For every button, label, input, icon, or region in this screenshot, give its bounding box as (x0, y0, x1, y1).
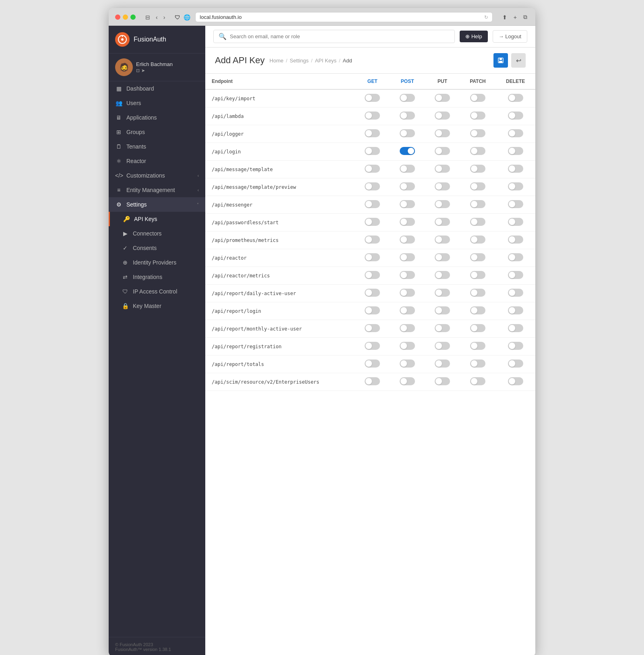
toggle-patch-row6[interactable] (470, 200, 485, 208)
sidebar-item-connectors[interactable]: ▶Connectors (109, 226, 205, 241)
toggle-delete-row7[interactable] (508, 218, 523, 226)
toggle-put-row9[interactable] (435, 253, 450, 261)
toggle-delete-row1[interactable] (508, 112, 523, 120)
toggle-put-row10[interactable] (435, 271, 450, 279)
toggle-put-row14[interactable] (435, 342, 450, 350)
toggle-patch-row4[interactable] (470, 165, 485, 173)
toggle-patch-row11[interactable] (470, 289, 485, 297)
sidebar-item-api-keys[interactable]: 🔑API Keys (109, 212, 205, 226)
toggle-get-row0[interactable] (365, 94, 380, 102)
toggle-put-row0[interactable] (435, 94, 450, 102)
toggle-delete-row10[interactable] (508, 271, 523, 279)
breadcrumb-item[interactable]: Settings (290, 58, 309, 64)
toggle-put-row15[interactable] (435, 360, 450, 368)
toggle-get-row3[interactable] (365, 147, 380, 155)
toggle-patch-row10[interactable] (470, 271, 485, 279)
address-bar[interactable]: local.fusionauth.io ↻ (195, 12, 492, 22)
toggle-delete-row15[interactable] (508, 360, 523, 368)
sidebar-item-reactor[interactable]: ⚛Reactor (109, 154, 205, 168)
search-box[interactable]: 🔍 (213, 30, 455, 43)
sidebar-item-ip-access-control[interactable]: 🛡IP Access Control (109, 284, 205, 299)
sidebar-item-entity-mgmt[interactable]: ≡Entity Management‹ (109, 183, 205, 197)
toggle-get-row4[interactable] (365, 165, 380, 173)
toggle-delete-row14[interactable] (508, 342, 523, 350)
logout-button[interactable]: → Logout (493, 30, 527, 43)
toggle-get-row16[interactable] (365, 377, 380, 385)
toggle-put-row11[interactable] (435, 289, 450, 297)
toggle-delete-row9[interactable] (508, 253, 523, 261)
toggle-delete-row12[interactable] (508, 306, 523, 314)
toggle-post-row11[interactable] (400, 289, 415, 297)
toggle-put-row5[interactable] (435, 182, 450, 190)
sidebar-item-integrations[interactable]: ⇄Integrations (109, 270, 205, 284)
sidebar-item-identity-providers[interactable]: ⊕Identity Providers (109, 255, 205, 270)
close-button[interactable] (115, 14, 120, 20)
sidebar-item-tenants[interactable]: 🗒Tenants (109, 139, 205, 154)
user-arrow-icon[interactable]: ➤ (141, 68, 145, 73)
forward-arrow-icon[interactable]: › (162, 13, 167, 21)
sidebar-item-customizations[interactable]: </>Customizations‹ (109, 168, 205, 183)
toggle-patch-row9[interactable] (470, 253, 485, 261)
toggle-delete-row4[interactable] (508, 165, 523, 173)
toggle-put-row8[interactable] (435, 236, 450, 244)
user-card-icon[interactable]: ⊡ (136, 68, 140, 73)
toggle-delete-row11[interactable] (508, 289, 523, 297)
toggle-get-row7[interactable] (365, 218, 380, 226)
maximize-button[interactable] (130, 14, 136, 20)
toggle-put-row6[interactable] (435, 200, 450, 208)
toggle-get-row14[interactable] (365, 342, 380, 350)
toggle-patch-row14[interactable] (470, 342, 485, 350)
toggle-get-row9[interactable] (365, 253, 380, 261)
sidebar-item-applications[interactable]: 🖥Applications (109, 110, 205, 125)
toggle-delete-row0[interactable] (508, 94, 523, 102)
toggle-post-row4[interactable] (400, 165, 415, 173)
sidebar-toggle-icon[interactable]: ⊟ (144, 13, 152, 21)
back-arrow-icon[interactable]: ‹ (154, 13, 159, 21)
toggle-patch-row5[interactable] (470, 182, 485, 190)
toggle-get-row13[interactable] (365, 324, 380, 332)
sidebar-item-dashboard[interactable]: ▦Dashboard (109, 81, 205, 96)
toggle-post-row12[interactable] (400, 306, 415, 314)
toggle-post-row5[interactable] (400, 182, 415, 190)
toggle-patch-row13[interactable] (470, 324, 485, 332)
toggle-post-row14[interactable] (400, 342, 415, 350)
toggle-post-row6[interactable] (400, 200, 415, 208)
toggle-delete-row6[interactable] (508, 200, 523, 208)
breadcrumb-item[interactable]: Home (270, 58, 284, 64)
toggle-post-row15[interactable] (400, 360, 415, 368)
toggle-post-row8[interactable] (400, 236, 415, 244)
help-button[interactable]: ⊕ Help (460, 31, 487, 42)
toggle-put-row12[interactable] (435, 306, 450, 314)
tabs-icon[interactable]: ⧉ (522, 13, 529, 21)
minimize-button[interactable] (123, 14, 128, 20)
toggle-get-row11[interactable] (365, 289, 380, 297)
toggle-post-row13[interactable] (400, 324, 415, 332)
toggle-post-row16[interactable] (400, 377, 415, 385)
toggle-put-row4[interactable] (435, 165, 450, 173)
toggle-get-row8[interactable] (365, 236, 380, 244)
toggle-put-row3[interactable] (435, 147, 450, 155)
toggle-post-row3[interactable] (400, 147, 415, 155)
back-button[interactable]: ↩ (511, 53, 526, 68)
sidebar-item-key-master[interactable]: 🔒Key Master (109, 299, 205, 313)
toggle-get-row2[interactable] (365, 129, 380, 137)
toggle-patch-row15[interactable] (470, 360, 485, 368)
toggle-put-row13[interactable] (435, 324, 450, 332)
sidebar-item-users[interactable]: 👥Users (109, 96, 205, 110)
toggle-post-row1[interactable] (400, 112, 415, 120)
sidebar-item-consents[interactable]: ✓Consents (109, 241, 205, 255)
sidebar-item-settings[interactable]: ⚙Settings˅ (109, 197, 205, 212)
toggle-get-row5[interactable] (365, 182, 380, 190)
toggle-delete-row3[interactable] (508, 147, 523, 155)
toggle-put-row7[interactable] (435, 218, 450, 226)
toggle-delete-row5[interactable] (508, 182, 523, 190)
toggle-put-row2[interactable] (435, 129, 450, 137)
new-tab-icon[interactable]: + (512, 13, 518, 21)
breadcrumb-item[interactable]: API Keys (315, 58, 336, 64)
toggle-get-row10[interactable] (365, 271, 380, 279)
toggle-get-row15[interactable] (365, 360, 380, 368)
sidebar-item-groups[interactable]: ⊞Groups (109, 125, 205, 139)
toggle-patch-row2[interactable] (470, 129, 485, 137)
reload-icon[interactable]: ↻ (484, 14, 488, 20)
toggle-get-row1[interactable] (365, 112, 380, 120)
